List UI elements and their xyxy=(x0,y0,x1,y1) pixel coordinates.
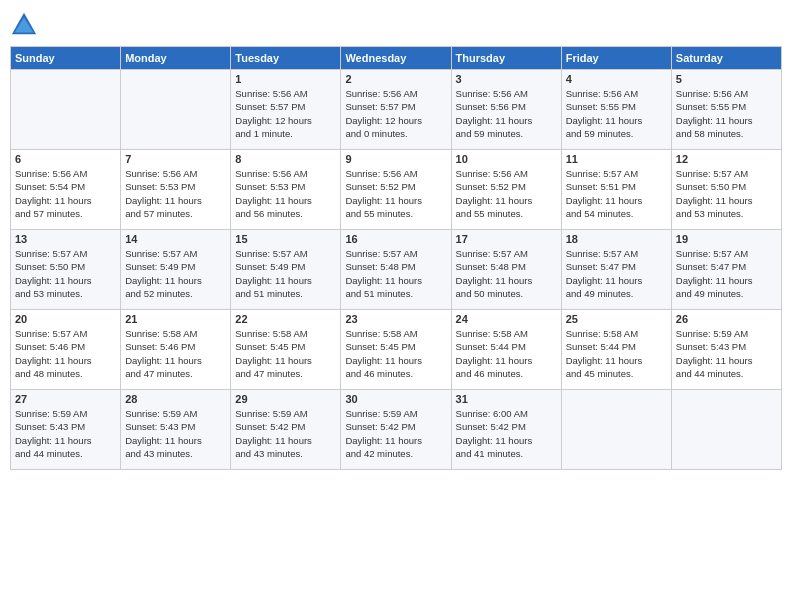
day-info: Sunrise: 5:57 AM Sunset: 5:46 PM Dayligh… xyxy=(15,327,116,380)
calendar-cell: 7Sunrise: 5:56 AM Sunset: 5:53 PM Daylig… xyxy=(121,150,231,230)
day-number: 27 xyxy=(15,393,116,405)
day-number: 19 xyxy=(676,233,777,245)
calendar-cell: 21Sunrise: 5:58 AM Sunset: 5:46 PM Dayli… xyxy=(121,310,231,390)
day-number: 12 xyxy=(676,153,777,165)
calendar-week-row: 6Sunrise: 5:56 AM Sunset: 5:54 PM Daylig… xyxy=(11,150,782,230)
calendar-cell: 11Sunrise: 5:57 AM Sunset: 5:51 PM Dayli… xyxy=(561,150,671,230)
day-info: Sunrise: 5:58 AM Sunset: 5:44 PM Dayligh… xyxy=(456,327,557,380)
calendar-table: SundayMondayTuesdayWednesdayThursdayFrid… xyxy=(10,46,782,470)
calendar-week-row: 13Sunrise: 5:57 AM Sunset: 5:50 PM Dayli… xyxy=(11,230,782,310)
calendar-cell: 16Sunrise: 5:57 AM Sunset: 5:48 PM Dayli… xyxy=(341,230,451,310)
day-number: 23 xyxy=(345,313,446,325)
calendar-cell: 9Sunrise: 5:56 AM Sunset: 5:52 PM Daylig… xyxy=(341,150,451,230)
day-number: 26 xyxy=(676,313,777,325)
day-number: 28 xyxy=(125,393,226,405)
calendar-cell: 4Sunrise: 5:56 AM Sunset: 5:55 PM Daylig… xyxy=(561,70,671,150)
column-header-saturday: Saturday xyxy=(671,47,781,70)
calendar-cell: 13Sunrise: 5:57 AM Sunset: 5:50 PM Dayli… xyxy=(11,230,121,310)
calendar-cell xyxy=(561,390,671,470)
day-info: Sunrise: 5:58 AM Sunset: 5:45 PM Dayligh… xyxy=(235,327,336,380)
day-number: 17 xyxy=(456,233,557,245)
calendar-cell: 30Sunrise: 5:59 AM Sunset: 5:42 PM Dayli… xyxy=(341,390,451,470)
day-info: Sunrise: 5:57 AM Sunset: 5:51 PM Dayligh… xyxy=(566,167,667,220)
day-number: 14 xyxy=(125,233,226,245)
calendar-cell: 5Sunrise: 5:56 AM Sunset: 5:55 PM Daylig… xyxy=(671,70,781,150)
calendar-cell xyxy=(121,70,231,150)
calendar-cell: 12Sunrise: 5:57 AM Sunset: 5:50 PM Dayli… xyxy=(671,150,781,230)
day-info: Sunrise: 5:57 AM Sunset: 5:48 PM Dayligh… xyxy=(345,247,446,300)
day-info: Sunrise: 5:56 AM Sunset: 5:52 PM Dayligh… xyxy=(456,167,557,220)
day-info: Sunrise: 5:57 AM Sunset: 5:48 PM Dayligh… xyxy=(456,247,557,300)
day-info: Sunrise: 5:56 AM Sunset: 5:52 PM Dayligh… xyxy=(345,167,446,220)
calendar-cell xyxy=(11,70,121,150)
day-number: 4 xyxy=(566,73,667,85)
day-info: Sunrise: 5:57 AM Sunset: 5:47 PM Dayligh… xyxy=(566,247,667,300)
calendar-week-row: 1Sunrise: 5:56 AM Sunset: 5:57 PM Daylig… xyxy=(11,70,782,150)
day-number: 24 xyxy=(456,313,557,325)
day-number: 20 xyxy=(15,313,116,325)
calendar-cell: 22Sunrise: 5:58 AM Sunset: 5:45 PM Dayli… xyxy=(231,310,341,390)
day-number: 8 xyxy=(235,153,336,165)
day-number: 18 xyxy=(566,233,667,245)
calendar-cell: 17Sunrise: 5:57 AM Sunset: 5:48 PM Dayli… xyxy=(451,230,561,310)
calendar-cell: 1Sunrise: 5:56 AM Sunset: 5:57 PM Daylig… xyxy=(231,70,341,150)
day-info: Sunrise: 5:56 AM Sunset: 5:53 PM Dayligh… xyxy=(125,167,226,220)
calendar-cell: 19Sunrise: 5:57 AM Sunset: 5:47 PM Dayli… xyxy=(671,230,781,310)
page-header xyxy=(10,10,782,38)
day-number: 13 xyxy=(15,233,116,245)
logo-icon xyxy=(10,10,38,38)
day-info: Sunrise: 5:57 AM Sunset: 5:49 PM Dayligh… xyxy=(235,247,336,300)
calendar-cell: 26Sunrise: 5:59 AM Sunset: 5:43 PM Dayli… xyxy=(671,310,781,390)
calendar-week-row: 20Sunrise: 5:57 AM Sunset: 5:46 PM Dayli… xyxy=(11,310,782,390)
day-info: Sunrise: 5:57 AM Sunset: 5:49 PM Dayligh… xyxy=(125,247,226,300)
day-number: 3 xyxy=(456,73,557,85)
logo xyxy=(10,10,42,38)
column-header-tuesday: Tuesday xyxy=(231,47,341,70)
calendar-week-row: 27Sunrise: 5:59 AM Sunset: 5:43 PM Dayli… xyxy=(11,390,782,470)
day-info: Sunrise: 5:56 AM Sunset: 5:55 PM Dayligh… xyxy=(676,87,777,140)
day-number: 31 xyxy=(456,393,557,405)
calendar-cell: 14Sunrise: 5:57 AM Sunset: 5:49 PM Dayli… xyxy=(121,230,231,310)
day-number: 6 xyxy=(15,153,116,165)
day-info: Sunrise: 5:59 AM Sunset: 5:42 PM Dayligh… xyxy=(235,407,336,460)
calendar-cell xyxy=(671,390,781,470)
column-header-sunday: Sunday xyxy=(11,47,121,70)
calendar-cell: 2Sunrise: 5:56 AM Sunset: 5:57 PM Daylig… xyxy=(341,70,451,150)
day-info: Sunrise: 5:57 AM Sunset: 5:50 PM Dayligh… xyxy=(15,247,116,300)
calendar-cell: 20Sunrise: 5:57 AM Sunset: 5:46 PM Dayli… xyxy=(11,310,121,390)
calendar-cell: 24Sunrise: 5:58 AM Sunset: 5:44 PM Dayli… xyxy=(451,310,561,390)
day-number: 30 xyxy=(345,393,446,405)
day-number: 22 xyxy=(235,313,336,325)
day-info: Sunrise: 5:58 AM Sunset: 5:46 PM Dayligh… xyxy=(125,327,226,380)
day-info: Sunrise: 5:59 AM Sunset: 5:43 PM Dayligh… xyxy=(676,327,777,380)
calendar-cell: 6Sunrise: 5:56 AM Sunset: 5:54 PM Daylig… xyxy=(11,150,121,230)
day-info: Sunrise: 5:59 AM Sunset: 5:43 PM Dayligh… xyxy=(125,407,226,460)
day-info: Sunrise: 5:56 AM Sunset: 5:53 PM Dayligh… xyxy=(235,167,336,220)
calendar-cell: 8Sunrise: 5:56 AM Sunset: 5:53 PM Daylig… xyxy=(231,150,341,230)
day-number: 11 xyxy=(566,153,667,165)
day-number: 1 xyxy=(235,73,336,85)
column-header-monday: Monday xyxy=(121,47,231,70)
day-info: Sunrise: 5:59 AM Sunset: 5:42 PM Dayligh… xyxy=(345,407,446,460)
calendar-cell: 3Sunrise: 5:56 AM Sunset: 5:56 PM Daylig… xyxy=(451,70,561,150)
day-info: Sunrise: 5:58 AM Sunset: 5:44 PM Dayligh… xyxy=(566,327,667,380)
day-info: Sunrise: 5:57 AM Sunset: 5:47 PM Dayligh… xyxy=(676,247,777,300)
calendar-cell: 15Sunrise: 5:57 AM Sunset: 5:49 PM Dayli… xyxy=(231,230,341,310)
column-header-thursday: Thursday xyxy=(451,47,561,70)
day-info: Sunrise: 5:59 AM Sunset: 5:43 PM Dayligh… xyxy=(15,407,116,460)
day-info: Sunrise: 6:00 AM Sunset: 5:42 PM Dayligh… xyxy=(456,407,557,460)
day-info: Sunrise: 5:57 AM Sunset: 5:50 PM Dayligh… xyxy=(676,167,777,220)
day-info: Sunrise: 5:58 AM Sunset: 5:45 PM Dayligh… xyxy=(345,327,446,380)
day-number: 21 xyxy=(125,313,226,325)
day-info: Sunrise: 5:56 AM Sunset: 5:56 PM Dayligh… xyxy=(456,87,557,140)
calendar-cell: 27Sunrise: 5:59 AM Sunset: 5:43 PM Dayli… xyxy=(11,390,121,470)
column-header-wednesday: Wednesday xyxy=(341,47,451,70)
calendar-cell: 31Sunrise: 6:00 AM Sunset: 5:42 PM Dayli… xyxy=(451,390,561,470)
calendar-cell: 25Sunrise: 5:58 AM Sunset: 5:44 PM Dayli… xyxy=(561,310,671,390)
calendar-cell: 23Sunrise: 5:58 AM Sunset: 5:45 PM Dayli… xyxy=(341,310,451,390)
day-number: 2 xyxy=(345,73,446,85)
day-number: 15 xyxy=(235,233,336,245)
calendar-cell: 29Sunrise: 5:59 AM Sunset: 5:42 PM Dayli… xyxy=(231,390,341,470)
day-info: Sunrise: 5:56 AM Sunset: 5:57 PM Dayligh… xyxy=(345,87,446,140)
calendar-cell: 10Sunrise: 5:56 AM Sunset: 5:52 PM Dayli… xyxy=(451,150,561,230)
